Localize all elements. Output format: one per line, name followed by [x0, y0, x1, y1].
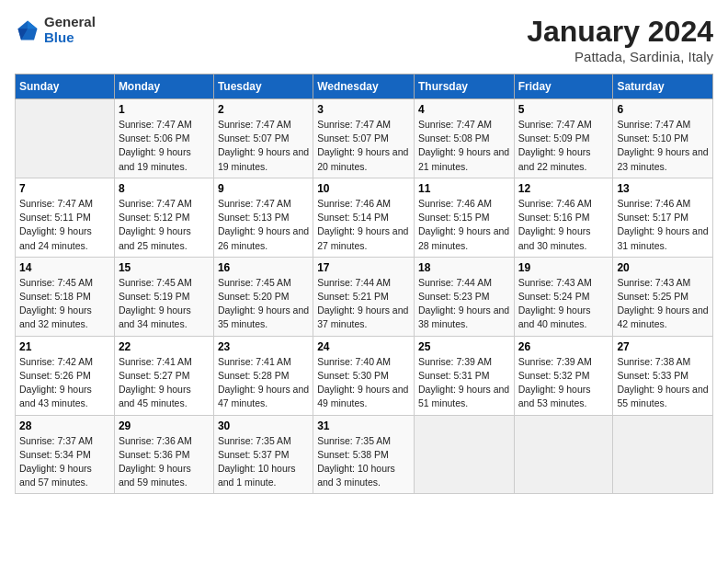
day-cell: 15Sunrise: 7:45 AMSunset: 5:19 PMDayligh…: [114, 257, 213, 336]
week-row-1: 1Sunrise: 7:47 AMSunset: 5:06 PMDaylight…: [16, 99, 713, 178]
day-info: Sunrise: 7:44 AMSunset: 5:21 PMDaylight:…: [317, 276, 410, 332]
day-cell: [16, 99, 115, 178]
day-info: Sunrise: 7:47 AMSunset: 5:13 PMDaylight:…: [218, 197, 309, 253]
day-number: 22: [119, 340, 210, 353]
day-cell: 26Sunrise: 7:39 AMSunset: 5:32 PMDayligh…: [514, 336, 613, 415]
logo-general-text: General: [44, 15, 96, 30]
day-number: 18: [418, 261, 510, 274]
day-info: Sunrise: 7:47 AMSunset: 5:07 PMDaylight:…: [317, 118, 410, 174]
col-header-tuesday: Tuesday: [213, 75, 313, 99]
day-cell: 18Sunrise: 7:44 AMSunset: 5:23 PMDayligh…: [414, 257, 514, 336]
day-info: Sunrise: 7:47 AMSunset: 5:08 PMDaylight:…: [418, 118, 510, 174]
day-info: Sunrise: 7:39 AMSunset: 5:31 PMDaylight:…: [418, 355, 510, 411]
day-info: Sunrise: 7:47 AMSunset: 5:06 PMDaylight:…: [119, 118, 210, 174]
day-cell: 31Sunrise: 7:35 AMSunset: 5:38 PMDayligh…: [313, 415, 415, 494]
day-number: 17: [317, 261, 410, 274]
day-number: 5: [518, 103, 609, 116]
day-cell: 23Sunrise: 7:41 AMSunset: 5:28 PMDayligh…: [213, 336, 313, 415]
day-info: Sunrise: 7:47 AMSunset: 5:09 PMDaylight:…: [518, 118, 609, 174]
col-header-thursday: Thursday: [414, 75, 514, 99]
day-cell: [613, 415, 713, 494]
day-info: Sunrise: 7:47 AMSunset: 5:10 PMDaylight:…: [617, 118, 709, 174]
day-number: 24: [317, 340, 410, 353]
week-row-5: 28Sunrise: 7:37 AMSunset: 5:34 PMDayligh…: [16, 415, 713, 494]
day-number: 9: [218, 182, 309, 195]
day-cell: 8Sunrise: 7:47 AMSunset: 5:12 PMDaylight…: [114, 178, 213, 257]
week-row-3: 14Sunrise: 7:45 AMSunset: 5:18 PMDayligh…: [16, 257, 713, 336]
day-number: 19: [518, 261, 609, 274]
day-cell: 3Sunrise: 7:47 AMSunset: 5:07 PMDaylight…: [313, 99, 415, 178]
day-info: Sunrise: 7:45 AMSunset: 5:18 PMDaylight:…: [19, 276, 110, 332]
day-info: Sunrise: 7:38 AMSunset: 5:33 PMDaylight:…: [617, 355, 709, 411]
logo-icon: [15, 17, 40, 43]
day-cell: 10Sunrise: 7:46 AMSunset: 5:14 PMDayligh…: [313, 178, 415, 257]
day-number: 14: [19, 261, 110, 274]
day-cell: 20Sunrise: 7:43 AMSunset: 5:25 PMDayligh…: [613, 257, 713, 336]
day-number: 30: [218, 419, 309, 432]
day-cell: [514, 415, 613, 494]
col-header-saturday: Saturday: [613, 75, 713, 99]
day-cell: 2Sunrise: 7:47 AMSunset: 5:07 PMDaylight…: [213, 99, 313, 178]
header-row: SundayMondayTuesdayWednesdayThursdayFrid…: [16, 75, 713, 99]
day-cell: 9Sunrise: 7:47 AMSunset: 5:13 PMDaylight…: [213, 178, 313, 257]
day-info: Sunrise: 7:47 AMSunset: 5:12 PMDaylight:…: [119, 197, 210, 253]
day-info: Sunrise: 7:47 AMSunset: 5:11 PMDaylight:…: [19, 197, 110, 253]
day-number: 31: [317, 419, 410, 432]
day-info: Sunrise: 7:37 AMSunset: 5:34 PMDaylight:…: [19, 434, 110, 490]
col-header-friday: Friday: [514, 75, 613, 99]
day-number: 21: [19, 340, 110, 353]
logo-blue-text: Blue: [44, 30, 96, 46]
day-info: Sunrise: 7:43 AMSunset: 5:25 PMDaylight:…: [617, 276, 709, 332]
day-info: Sunrise: 7:46 AMSunset: 5:15 PMDaylight:…: [418, 197, 510, 253]
day-number: 29: [119, 419, 210, 432]
day-cell: 25Sunrise: 7:39 AMSunset: 5:31 PMDayligh…: [414, 336, 514, 415]
day-number: 25: [418, 340, 510, 353]
day-number: 11: [418, 182, 510, 195]
day-info: Sunrise: 7:36 AMSunset: 5:36 PMDaylight:…: [119, 434, 210, 490]
month-title: January 2024: [527, 15, 713, 49]
logo: General Blue: [15, 15, 96, 45]
logo-text: General Blue: [44, 15, 96, 45]
day-number: 27: [617, 340, 709, 353]
day-cell: 27Sunrise: 7:38 AMSunset: 5:33 PMDayligh…: [613, 336, 713, 415]
day-cell: 24Sunrise: 7:40 AMSunset: 5:30 PMDayligh…: [313, 336, 415, 415]
day-info: Sunrise: 7:35 AMSunset: 5:37 PMDaylight:…: [218, 434, 309, 490]
calendar-table: SundayMondayTuesdayWednesdayThursdayFrid…: [15, 74, 713, 494]
day-cell: 16Sunrise: 7:45 AMSunset: 5:20 PMDayligh…: [213, 257, 313, 336]
day-number: 20: [617, 261, 709, 274]
day-cell: 29Sunrise: 7:36 AMSunset: 5:36 PMDayligh…: [114, 415, 213, 494]
day-number: 2: [218, 103, 309, 116]
day-number: 10: [317, 182, 410, 195]
col-header-sunday: Sunday: [16, 75, 115, 99]
day-cell: 14Sunrise: 7:45 AMSunset: 5:18 PMDayligh…: [16, 257, 115, 336]
day-cell: 21Sunrise: 7:42 AMSunset: 5:26 PMDayligh…: [16, 336, 115, 415]
week-row-4: 21Sunrise: 7:42 AMSunset: 5:26 PMDayligh…: [16, 336, 713, 415]
day-cell: 19Sunrise: 7:43 AMSunset: 5:24 PMDayligh…: [514, 257, 613, 336]
day-cell: 28Sunrise: 7:37 AMSunset: 5:34 PMDayligh…: [16, 415, 115, 494]
day-cell: 22Sunrise: 7:41 AMSunset: 5:27 PMDayligh…: [114, 336, 213, 415]
day-info: Sunrise: 7:43 AMSunset: 5:24 PMDaylight:…: [518, 276, 609, 332]
col-header-wednesday: Wednesday: [313, 75, 415, 99]
day-number: 13: [617, 182, 709, 195]
day-number: 8: [119, 182, 210, 195]
svg-marker-1: [28, 20, 38, 29]
day-cell: 5Sunrise: 7:47 AMSunset: 5:09 PMDaylight…: [514, 99, 613, 178]
day-number: 7: [19, 182, 110, 195]
day-info: Sunrise: 7:46 AMSunset: 5:16 PMDaylight:…: [518, 197, 609, 253]
page-header: General Blue January 2024 Pattada, Sardi…: [15, 15, 713, 64]
day-info: Sunrise: 7:40 AMSunset: 5:30 PMDaylight:…: [317, 355, 410, 411]
day-number: 12: [518, 182, 609, 195]
week-row-2: 7Sunrise: 7:47 AMSunset: 5:11 PMDaylight…: [16, 178, 713, 257]
day-number: 28: [19, 419, 110, 432]
day-cell: 30Sunrise: 7:35 AMSunset: 5:37 PMDayligh…: [213, 415, 313, 494]
day-number: 16: [218, 261, 309, 274]
day-cell: 4Sunrise: 7:47 AMSunset: 5:08 PMDaylight…: [414, 99, 514, 178]
col-header-monday: Monday: [114, 75, 213, 99]
day-info: Sunrise: 7:46 AMSunset: 5:14 PMDaylight:…: [317, 197, 410, 253]
day-number: 4: [418, 103, 510, 116]
day-info: Sunrise: 7:47 AMSunset: 5:07 PMDaylight:…: [218, 118, 309, 174]
day-cell: 17Sunrise: 7:44 AMSunset: 5:21 PMDayligh…: [313, 257, 415, 336]
day-number: 15: [119, 261, 210, 274]
day-number: 1: [119, 103, 210, 116]
day-number: 3: [317, 103, 410, 116]
